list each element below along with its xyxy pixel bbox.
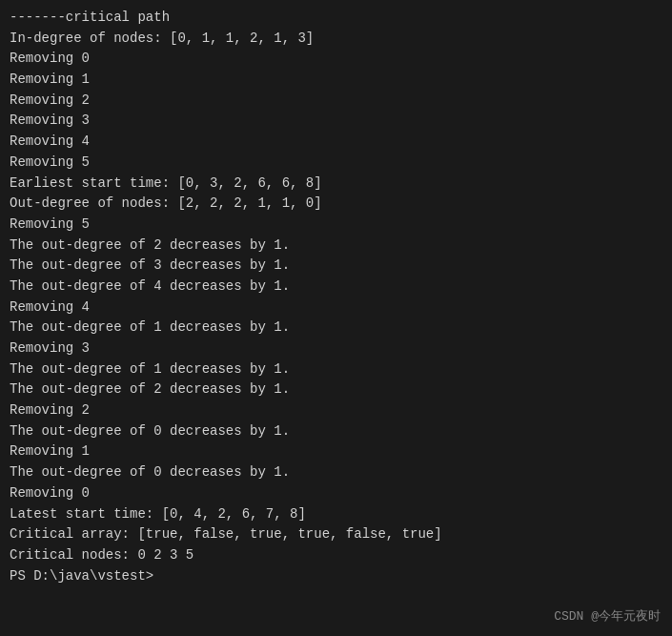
- terminal-line: The out-degree of 2 decreases by 1.: [10, 380, 662, 400]
- terminal-line: In-degree of nodes: [0, 1, 1, 2, 1, 3]: [10, 29, 662, 50]
- terminal-line: Removing 1: [10, 70, 662, 91]
- watermark: CSDN @今年元夜时: [554, 607, 661, 625]
- terminal-window: -------critical pathIn-degree of nodes: …: [0, 0, 672, 636]
- terminal-line: The out-degree of 4 decreases by 1.: [10, 277, 662, 297]
- terminal-line: The out-degree of 1 decreases by 1.: [10, 318, 662, 339]
- terminal-line: Removing 0: [10, 483, 662, 504]
- terminal-line: Critical nodes: 0 2 3 5: [10, 545, 662, 566]
- terminal-line: Removing 5: [10, 215, 662, 236]
- terminal-line: Removing 2: [10, 91, 662, 112]
- terminal-line: The out-degree of 0 decreases by 1.: [10, 421, 662, 442]
- terminal-line: Removing 3: [10, 339, 662, 359]
- terminal-line: Earliest start time: [0, 3, 2, 6, 6, 8]: [10, 174, 662, 195]
- terminal-line: PS D:\java\vstest>: [10, 566, 662, 587]
- terminal-line: Removing 4: [10, 297, 662, 318]
- terminal-line: The out-degree of 1 decreases by 1.: [10, 359, 662, 380]
- terminal-line: Removing 2: [10, 400, 662, 421]
- terminal-line: Removing 5: [10, 153, 662, 174]
- terminal-line: Removing 1: [10, 441, 662, 462]
- terminal-line: -------critical path: [10, 8, 662, 29]
- terminal-line: Latest start time: [0, 4, 2, 6, 7, 8]: [10, 504, 662, 525]
- terminal-line: Out-degree of nodes: [2, 2, 2, 1, 1, 0]: [10, 194, 662, 215]
- terminal-line: Removing 3: [10, 111, 662, 132]
- terminal-line: Removing 0: [10, 49, 662, 70]
- terminal-line: The out-degree of 2 decreases by 1.: [10, 236, 662, 256]
- terminal-line: The out-degree of 0 decreases by 1.: [10, 462, 662, 483]
- terminal-line: The out-degree of 3 decreases by 1.: [10, 256, 662, 277]
- terminal-line: Critical array: [true, false, true, true…: [10, 524, 662, 545]
- terminal-line: Removing 4: [10, 132, 662, 153]
